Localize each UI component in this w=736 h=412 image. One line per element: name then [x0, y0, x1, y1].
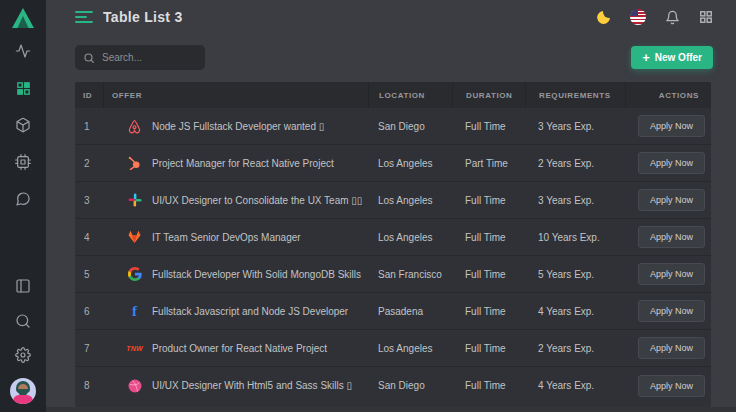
facebook-icon: f: [127, 304, 142, 319]
page-title: Table List 3: [103, 9, 183, 25]
row-actions-cell: Apply Now: [625, 375, 711, 397]
apply-now-button[interactable]: Apply Now: [638, 337, 705, 359]
apply-now-button[interactable]: Apply Now: [638, 375, 705, 397]
search-input[interactable]: [102, 52, 197, 63]
user-avatar[interactable]: [10, 378, 36, 404]
triangle-logo-icon: [11, 7, 35, 29]
hubspot-icon: [127, 156, 142, 171]
chat-icon[interactable]: [0, 189, 46, 209]
row-requirements: 4 Years Exp.: [525, 380, 625, 391]
offer-title: IT Team Senior DevOps Manager: [152, 232, 301, 243]
row-id: 7: [75, 343, 103, 354]
google-icon: [127, 267, 142, 282]
new-offer-label: New Offer: [655, 52, 702, 63]
row-duration: Full Time: [452, 121, 525, 132]
row-requirements: 10 Years Exp.: [525, 232, 625, 243]
row-offer-cell: Project Manager for React Native Project: [103, 156, 368, 171]
offer-title: Node JS Fullstack Developer wanted ▯: [152, 121, 324, 132]
app-logo[interactable]: [0, 7, 46, 29]
row-actions-cell: Apply Now: [625, 189, 711, 211]
row-duration: Full Time: [452, 232, 525, 243]
row-actions-cell: Apply Now: [625, 300, 711, 322]
row-duration: Full Time: [452, 380, 525, 391]
app-window: Table List 3 + Ne: [0, 0, 736, 412]
gitlab-icon: [127, 230, 142, 245]
row-location: Los Angeles: [368, 232, 452, 243]
offers-table: ID OFFER LOCATION DURATION REQUIREMENTS …: [75, 82, 711, 407]
row-location: Los Angeles: [368, 158, 452, 169]
row-offer-cell: fFullstack Javascript and Node JS Develo…: [103, 304, 368, 319]
cpu-icon[interactable]: [0, 152, 46, 172]
offer-title: Project Manager for React Native Project: [152, 158, 334, 169]
dashboard-grid-icon[interactable]: [0, 78, 46, 98]
row-actions-cell: Apply Now: [625, 337, 711, 359]
row-requirements: 3 Years Exp.: [525, 195, 625, 206]
col-header-requirements: REQUIREMENTS: [525, 82, 625, 108]
airbnb-icon: [127, 119, 142, 134]
apply-now-button[interactable]: Apply Now: [638, 263, 705, 285]
row-id: 3: [75, 195, 103, 206]
notifications-bell-icon[interactable]: [663, 8, 681, 26]
row-offer-cell: UI/UX Designer to Consolidate the UX Tea…: [103, 193, 368, 208]
bottom-strip: [46, 407, 736, 412]
activity-icon[interactable]: [0, 41, 46, 61]
panel-icon[interactable]: [0, 276, 46, 296]
new-offer-button[interactable]: + New Offer: [631, 46, 713, 69]
package-icon[interactable]: [0, 115, 46, 135]
row-location: Los Angeles: [368, 195, 452, 206]
table-row: 4IT Team Senior DevOps ManagerLos Angele…: [75, 219, 711, 256]
table-row: 1Node JS Fullstack Developer wanted ▯San…: [75, 108, 711, 145]
col-header-actions: ACTIONS: [625, 82, 711, 108]
table-row: 6fFullstack Javascript and Node JS Devel…: [75, 293, 711, 330]
row-duration: Part Time: [452, 158, 525, 169]
row-id: 4: [75, 232, 103, 243]
offer-title: Fullstack Developer With Solid MongoDB S…: [152, 269, 361, 280]
dribbble-icon: [127, 378, 142, 393]
search-icon[interactable]: [0, 311, 46, 331]
row-actions-cell: Apply Now: [625, 115, 711, 137]
row-offer-cell: UI/UX Designer With Html5 and Sass Skill…: [103, 378, 368, 393]
top-header: Table List 3: [46, 0, 736, 34]
row-requirements: 5 Years Exp.: [525, 269, 625, 280]
row-requirements: 2 Years Exp.: [525, 343, 625, 354]
row-id: 1: [75, 121, 103, 132]
row-actions-cell: Apply Now: [625, 263, 711, 285]
row-offer-cell: TNWProduct Owner for React Native Projec…: [103, 341, 368, 356]
row-id: 6: [75, 306, 103, 317]
table-row: 8UI/UX Designer With Html5 and Sass Skil…: [75, 367, 711, 404]
offer-title: UI/UX Designer to Consolidate the UX Tea…: [152, 195, 362, 206]
col-header-offer: OFFER: [103, 82, 368, 108]
apps-grid-icon[interactable]: [697, 8, 715, 26]
row-actions-cell: Apply Now: [625, 226, 711, 248]
table-body: 1Node JS Fullstack Developer wanted ▯San…: [75, 108, 711, 404]
row-location: San Diego: [368, 380, 452, 391]
row-requirements: 4 Years Exp.: [525, 306, 625, 317]
dark-mode-moon-icon[interactable]: [595, 8, 613, 26]
row-duration: Full Time: [452, 195, 525, 206]
row-offer-cell: Node JS Fullstack Developer wanted ▯: [103, 119, 368, 134]
apply-now-button[interactable]: Apply Now: [638, 189, 705, 211]
row-location: San Diego: [368, 121, 452, 132]
row-offer-cell: IT Team Senior DevOps Manager: [103, 230, 368, 245]
offer-title: UI/UX Designer With Html5 and Sass Skill…: [152, 380, 352, 391]
language-flag-icon[interactable]: [629, 8, 647, 26]
row-duration: Full Time: [452, 343, 525, 354]
header-icons: [595, 0, 715, 34]
apply-now-button[interactable]: Apply Now: [638, 226, 705, 248]
col-header-location: LOCATION: [368, 82, 452, 108]
row-location: Los Angeles: [368, 343, 452, 354]
row-id: 8: [75, 380, 103, 391]
row-requirements: 3 Years Exp.: [525, 121, 625, 132]
row-actions-cell: Apply Now: [625, 152, 711, 174]
row-location: Pasadena: [368, 306, 452, 317]
apply-now-button[interactable]: Apply Now: [638, 152, 705, 174]
row-duration: Full Time: [452, 306, 525, 317]
apply-now-button[interactable]: Apply Now: [638, 115, 705, 137]
avatar-shirt: [13, 395, 33, 404]
apply-now-button[interactable]: Apply Now: [638, 300, 705, 322]
table-row: 2Project Manager for React Native Projec…: [75, 145, 711, 182]
sidebar: [0, 0, 46, 412]
settings-icon[interactable]: [0, 345, 46, 365]
row-id: 5: [75, 269, 103, 280]
menu-toggle-icon[interactable]: [75, 11, 93, 23]
